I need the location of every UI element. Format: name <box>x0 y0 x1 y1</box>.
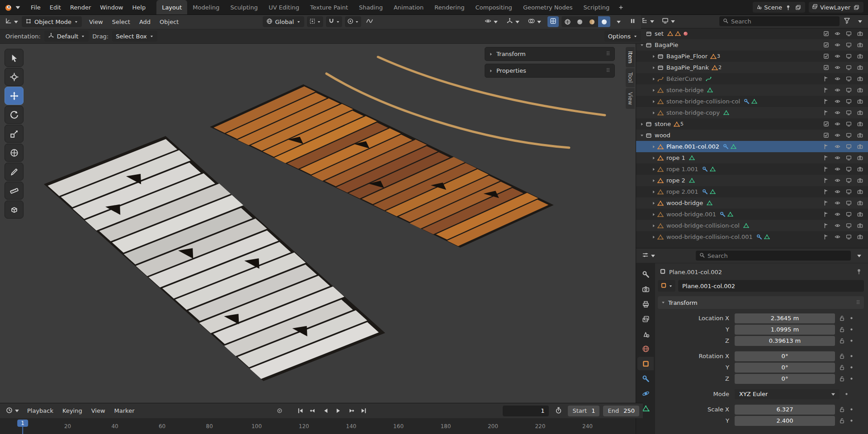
tab-layout[interactable]: Layout <box>156 0 187 14</box>
rotation-x-field[interactable]: 0° <box>735 351 835 361</box>
y-field[interactable]: 2.400 <box>735 416 835 426</box>
disable-in-viewports-toggle[interactable] <box>843 53 854 59</box>
disable-in-renders-toggle[interactable] <box>854 155 866 161</box>
outliner-row-bagapie[interactable]: BagaPie <box>636 39 868 51</box>
disable-in-renders-toggle[interactable] <box>854 200 866 206</box>
pin-id-button[interactable] <box>856 268 862 276</box>
outliner-row-stone-bridge-copy[interactable]: stone-bridge-copy <box>636 107 868 118</box>
jump-to-end-button[interactable] <box>358 406 369 416</box>
toggle-xray-button[interactable] <box>547 16 559 27</box>
hide-in-viewport-toggle[interactable] <box>832 98 843 104</box>
animate-decorator[interactable] <box>849 376 854 382</box>
editor-type-button-outliner[interactable] <box>639 16 658 27</box>
outliner-row-rope-2-001[interactable]: rope 2.001 <box>636 186 868 197</box>
timeline-ruler[interactable]: 1 20406080100120140160180200220240 <box>0 418 636 434</box>
mode-dropdown[interactable]: XYZ Euler <box>735 389 840 399</box>
timeline-menu-view[interactable]: View <box>87 407 110 414</box>
y-field[interactable]: 0° <box>735 363 835 373</box>
outliner-row-wood-bridge-collision-col-001[interactable]: wood-bridge-collision-col.001 <box>636 231 868 243</box>
hide-in-viewport-toggle[interactable] <box>832 144 843 149</box>
hide-in-viewport-toggle[interactable] <box>832 166 843 172</box>
transform-tool-button[interactable] <box>5 144 24 162</box>
3d-viewport[interactable]: TransformProperties ItemToolView <box>0 43 636 403</box>
transform-panel-header[interactable]: Transform <box>658 296 864 309</box>
hide-in-viewport-toggle[interactable] <box>832 177 843 183</box>
auto-keying-toggle[interactable] <box>274 406 285 416</box>
selectable-toggle[interactable] <box>821 234 832 240</box>
properties-tab-world[interactable] <box>637 342 654 355</box>
selectable-toggle[interactable] <box>821 177 832 183</box>
outliner-row-stone-bridge-collision-col[interactable]: stone-bridge-collision-col <box>636 96 868 107</box>
jump-to-start-button[interactable] <box>294 406 306 416</box>
animate-decorator[interactable] <box>849 338 854 344</box>
shading-solid-button[interactable] <box>574 16 586 27</box>
animate-decorator[interactable] <box>849 406 854 412</box>
location-x-field[interactable]: 2.3645 m <box>735 313 835 323</box>
frame-start-field[interactable]: Start 1 <box>568 406 599 416</box>
id-type-dropdown[interactable] <box>658 280 675 292</box>
hide-in-viewport-toggle[interactable] <box>832 211 843 217</box>
disable-in-renders-toggle[interactable] <box>854 65 866 70</box>
disable-in-renders-toggle[interactable] <box>854 211 866 217</box>
disable-in-viewports-toggle[interactable] <box>843 110 854 116</box>
disable-in-viewports-toggle[interactable] <box>843 211 854 217</box>
animate-decorator[interactable] <box>849 315 854 321</box>
hide-in-viewport-toggle[interactable] <box>832 200 843 206</box>
disable-in-viewports-toggle[interactable] <box>843 121 854 127</box>
snapping-group[interactable] <box>326 16 342 27</box>
proportional-editing-group[interactable] <box>345 16 361 27</box>
hide-in-viewport-toggle[interactable] <box>832 121 843 127</box>
selectable-toggle[interactable] <box>821 98 832 104</box>
hide-in-viewport-toggle[interactable] <box>832 53 843 59</box>
outliner-search-input[interactable]: Search <box>719 16 840 26</box>
disable-in-viewports-toggle[interactable] <box>843 98 854 104</box>
menu-edit[interactable]: Edit <box>45 0 66 14</box>
exclude-checkbox[interactable] <box>821 53 832 59</box>
disable-in-viewports-toggle[interactable] <box>843 223 854 229</box>
selectable-toggle[interactable] <box>821 144 832 149</box>
tab-shading[interactable]: Shading <box>354 0 388 14</box>
y-field[interactable]: 1.0995 m <box>735 325 835 335</box>
transform-orientation-select[interactable]: Global <box>263 16 304 27</box>
hide-in-viewport-toggle[interactable] <box>832 87 843 93</box>
editor-type-button-properties[interactable] <box>640 250 659 261</box>
scale-x-field[interactable]: 6.327 <box>735 405 835 415</box>
sidebar-tab-item[interactable]: Item <box>626 47 635 67</box>
selectable-toggle[interactable] <box>821 166 832 172</box>
move-tool-button[interactable] <box>5 87 24 105</box>
selectable-toggle[interactable] <box>821 110 832 116</box>
play-button[interactable] <box>332 406 344 416</box>
use-preview-range-toggle[interactable] <box>552 406 564 416</box>
hide-in-viewport-toggle[interactable] <box>832 155 843 161</box>
disable-in-viewports-toggle[interactable] <box>843 234 854 240</box>
play-reverse-button[interactable] <box>320 406 331 416</box>
outliner-row-stone[interactable]: stone5 <box>636 118 868 130</box>
frame-end-field[interactable]: End 250 <box>603 406 639 416</box>
exclude-checkbox[interactable] <box>821 42 832 48</box>
properties-tab-tool[interactable] <box>637 267 654 281</box>
editor-type-button-timeline[interactable] <box>4 406 23 416</box>
disable-in-renders-toggle[interactable] <box>854 110 866 116</box>
viewport-menu-add[interactable]: Add <box>135 19 155 25</box>
pause-button[interactable] <box>627 16 638 27</box>
lock-toggle[interactable] <box>839 353 845 359</box>
viewport-menu-object[interactable]: Object <box>155 19 183 25</box>
next-keyframe-button[interactable] <box>345 406 357 416</box>
viewport-menu-view[interactable]: View <box>85 19 108 25</box>
disable-in-viewports-toggle[interactable] <box>843 76 854 82</box>
disable-in-renders-toggle[interactable] <box>854 223 866 229</box>
selectable-toggle[interactable] <box>821 87 832 93</box>
menu-file[interactable]: File <box>26 0 45 14</box>
selectable-toggle[interactable] <box>821 155 832 161</box>
disable-in-viewports-toggle[interactable] <box>843 200 854 206</box>
tab-animation[interactable]: Animation <box>388 0 429 14</box>
properties-search-input[interactable]: Search <box>696 251 851 261</box>
selectable-toggle[interactable] <box>821 76 832 82</box>
new-viewlayer-button[interactable] <box>853 5 860 10</box>
disable-in-renders-toggle[interactable] <box>854 121 866 127</box>
scene-selector[interactable]: Scene <box>753 2 805 13</box>
hide-in-viewport-toggle[interactable] <box>832 223 843 229</box>
add-workspace-button[interactable] <box>615 0 627 14</box>
sidebar-tab-view[interactable]: View <box>626 88 635 109</box>
display-mode-dropdown[interactable] <box>660 16 679 27</box>
